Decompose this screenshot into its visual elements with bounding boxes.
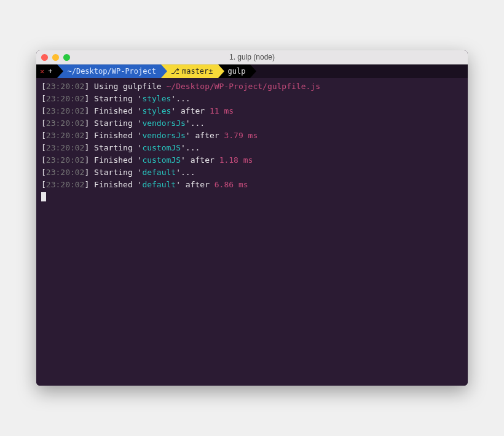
log-line: [23:20:02] Finished 'styles' after 11 ms xyxy=(41,105,463,117)
log-line: [23:20:02] Finished 'default' after 6.86… xyxy=(41,179,463,191)
log-line: [23:20:02] Starting 'default'... xyxy=(41,166,463,179)
prompt-cwd-segment: ~/Desktop/WP-Project xyxy=(57,64,161,78)
cursor-line xyxy=(41,191,463,205)
cwd-text: ~/Desktop/WP-Project xyxy=(67,64,156,78)
log-line: [23:20:02] Starting 'customJS'... xyxy=(41,142,463,154)
prompt-git-segment: ⎇ master± xyxy=(161,64,218,78)
log-line: [23:20:02] Starting 'vendorsJs'... xyxy=(41,117,463,130)
plus-icon: + xyxy=(48,64,52,78)
error-status-icon: ✕ xyxy=(40,64,44,78)
git-branch-name: master± xyxy=(182,64,213,78)
terminal-output[interactable]: [23:20:02] Using gulpfile ~/Desktop/WP-P… xyxy=(36,78,468,386)
prompt-status-segment: ✕ + xyxy=(36,64,57,78)
window-title: 1. gulp (node) xyxy=(36,53,468,61)
cursor-icon xyxy=(41,192,46,201)
prompt-bar: ✕ + ~/Desktop/WP-Project ⎇ master± gulp xyxy=(36,64,468,78)
terminal-window: 1. gulp (node) ✕ + ~/Desktop/WP-Project … xyxy=(36,50,468,386)
git-branch-icon: ⎇ xyxy=(171,64,179,78)
log-line: [23:20:02] Finished 'vendorsJs' after 3.… xyxy=(41,130,463,142)
log-line: [23:20:02] Using gulpfile ~/Desktop/WP-P… xyxy=(41,80,463,93)
log-line: [23:20:02] Starting 'styles'... xyxy=(41,93,463,105)
command-text: gulp xyxy=(228,64,246,78)
log-line: [23:20:02] Finished 'customJS' after 1.1… xyxy=(41,154,463,166)
titlebar[interactable]: 1. gulp (node) xyxy=(36,50,468,64)
